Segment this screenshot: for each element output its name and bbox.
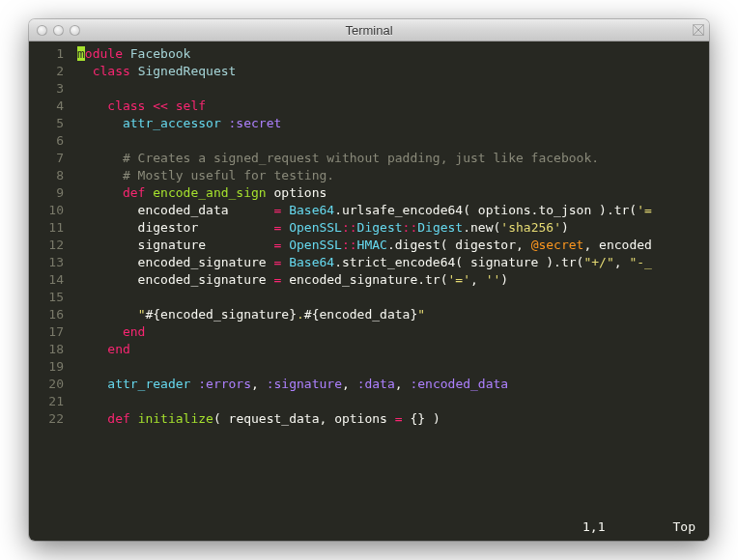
code-line[interactable]: signature = OpenSSL::HMAC.digest( digest… <box>77 237 709 254</box>
line-number: 10 <box>29 202 70 219</box>
code-area[interactable]: module Facebook class SignedRequest clas… <box>77 45 709 428</box>
code-line[interactable] <box>77 393 709 410</box>
traffic-lights <box>29 25 80 36</box>
code-line[interactable]: module Facebook <box>77 45 709 63</box>
line-number: 3 <box>29 80 70 98</box>
terminal-window: Terminal 1234567891011121314151617181920… <box>29 19 709 541</box>
code-line[interactable]: attr_reader :errors, :signature, :data, … <box>77 376 709 393</box>
line-number: 20 <box>29 376 70 393</box>
line-number: 22 <box>29 410 70 428</box>
code-line[interactable]: def encode_and_sign options <box>77 184 709 202</box>
code-line[interactable]: attr_accessor :secret <box>77 115 709 132</box>
line-number: 21 <box>29 393 70 410</box>
code-line[interactable]: encoded_data = Base64.urlsafe_encode64( … <box>77 202 709 219</box>
line-number: 18 <box>29 341 70 358</box>
resize-icon[interactable] <box>693 24 704 36</box>
line-number: 15 <box>29 289 70 306</box>
code-line[interactable]: encoded_signature = Base64.strict_encode… <box>77 254 709 271</box>
code-line[interactable]: class << self <box>77 98 709 115</box>
code-line[interactable]: end <box>77 323 709 341</box>
line-number: 5 <box>29 115 70 132</box>
titlebar[interactable]: Terminal <box>29 19 709 42</box>
status-line: 1,1 Top <box>77 518 695 536</box>
close-button[interactable] <box>37 25 47 36</box>
code-line[interactable]: end <box>77 341 709 358</box>
line-number: 13 <box>29 254 70 271</box>
line-number-gutter: 12345678910111213141516171819202122 <box>29 45 70 428</box>
code-line[interactable]: digestor = OpenSSL::Digest::Digest.new('… <box>77 219 709 237</box>
code-line[interactable]: "#{encoded_signature}.#{encoded_data}" <box>77 306 709 323</box>
code-line[interactable]: class SignedRequest <box>77 63 709 80</box>
line-number: 7 <box>29 150 70 167</box>
line-number: 17 <box>29 323 70 341</box>
line-number: 16 <box>29 306 70 323</box>
line-number: 6 <box>29 132 70 150</box>
line-number: 19 <box>29 358 70 376</box>
code-line[interactable] <box>77 289 709 306</box>
code-line[interactable] <box>77 132 709 150</box>
line-number: 8 <box>29 167 70 184</box>
scroll-position: Top <box>673 518 695 536</box>
line-number: 1 <box>29 45 70 63</box>
zoom-button[interactable] <box>70 25 80 36</box>
line-number: 2 <box>29 63 70 80</box>
minimize-button[interactable] <box>53 25 64 36</box>
line-number: 4 <box>29 98 70 115</box>
code-line[interactable]: encoded_signature = encoded_signature.tr… <box>77 271 709 289</box>
code-line[interactable] <box>77 80 709 98</box>
code-line[interactable]: def initialize( request_data, options = … <box>77 410 709 428</box>
window-title: Terminal <box>29 23 709 38</box>
code-line[interactable]: # Mostly useful for testing. <box>77 167 709 184</box>
line-number: 14 <box>29 271 70 289</box>
line-number: 12 <box>29 237 70 254</box>
code-line[interactable]: # Creates a signed_request without paddi… <box>77 150 709 167</box>
line-number: 9 <box>29 184 70 202</box>
line-number: 11 <box>29 219 70 237</box>
code-line[interactable] <box>77 358 709 376</box>
terminal-body[interactable]: 12345678910111213141516171819202122 modu… <box>29 42 709 541</box>
cursor-position: 1,1 <box>582 518 605 536</box>
